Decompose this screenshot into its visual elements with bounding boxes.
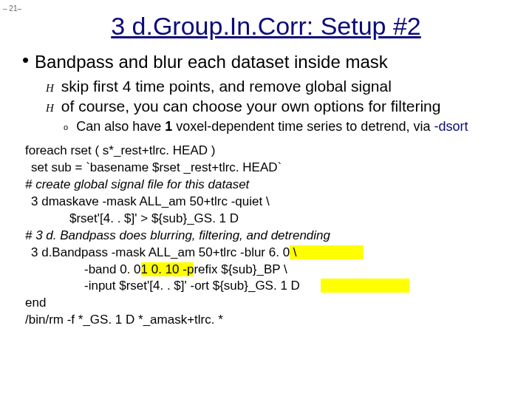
subsub-bold: 1 <box>165 119 172 134</box>
code-line-11: /bin/rm -f *_GS. 1 D *_amask+tlrc. * <box>25 312 517 329</box>
sublist: skip first 4 time points, and remove glo… <box>46 76 517 117</box>
page-number: – 21– <box>3 4 21 13</box>
code-line-8a: -band 0. 0 <box>25 262 141 279</box>
code-line-1: foreach rset ( s*_rest+tlrc. HEAD ) <box>25 143 517 160</box>
code-line-9a: -input $rset'[4. . $]' -ort ${sub}_GS. 1… <box>25 278 300 295</box>
code-line-2: set sub = `basename $rset _rest+tlrc. HE… <box>25 160 282 177</box>
subsub-text-pre: Can also have <box>76 119 165 134</box>
code-line-4: 3 dmaskave -mask ALL_am 50+tlrc -quiet \ <box>25 194 270 211</box>
code-line-7a: 3 d.Bandpass -mask ALL_am 50+tlrc -blur … <box>25 245 290 262</box>
subsub-dsort: -dsort <box>434 119 468 134</box>
code-line-9-highlight <box>321 279 409 293</box>
code-line-8c: refix ${sub}_BP \ <box>194 262 287 276</box>
sub-sub-item: Can also have 1 voxel-dependent time ser… <box>64 118 517 135</box>
sublist-item-2: of course, you can choose your own optio… <box>46 96 517 116</box>
bullet-main: Bandpass and blur each dataset inside ma… <box>22 48 517 73</box>
code-line-8-highlight: 1 0. 10 -p <box>141 262 194 276</box>
slide-title: 3 d.Group.In.Corr: Setup #2 <box>15 12 517 41</box>
code-comment-2: # 3 d. Bandpass does blurring, filtering… <box>25 228 517 245</box>
code-comment-1: # create global signal file for this dat… <box>25 177 517 194</box>
sublist-item-1: skip first 4 time points, and remove glo… <box>46 76 517 96</box>
code-line-5: $rset'[4. . $]' > ${sub}_GS. 1 D <box>25 211 239 228</box>
code-block: foreach rset ( s*_rest+tlrc. HEAD ) set … <box>25 143 517 329</box>
subsub-text-mid: voxel-dependent time series to detrend, … <box>172 119 434 134</box>
code-line-10: end <box>25 295 517 312</box>
code-line-7-highlight: \ <box>290 245 363 259</box>
